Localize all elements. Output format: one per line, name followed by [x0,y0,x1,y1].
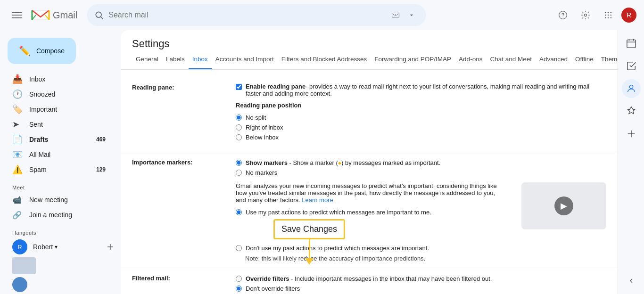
tab-advanced[interactable]: Advanced [536,50,571,70]
hangout-avatar: R [12,239,27,254]
tab-general[interactable]: General [132,50,162,70]
dont-override-radio[interactable] [236,286,242,292]
hangout-thumbnail-2[interactable] [0,275,121,294]
inbox-label: Inbox [29,75,45,83]
compose-label: Compose [36,47,65,55]
search-input[interactable] [108,11,384,19]
sidebar-item-inbox[interactable]: 📥 Inbox [0,72,113,87]
snoozed-label: Snoozed [29,90,55,98]
drafts-count: 469 [96,136,106,143]
topbar: Gmail R [0,0,644,30]
sidebar-item-spam[interactable]: ⚠️ Spam 129 [0,162,113,177]
compose-icon: ✏️ [19,45,31,57]
svg-point-15 [608,12,609,13]
search-bar[interactable] [87,4,426,26]
note-text: Note: this will likely reduce the accura… [245,255,504,262]
filtered-mail-label: Filtered mail: [132,274,236,294]
sidebar-item-all-mail[interactable]: 📧 All Mail [0,147,113,162]
right-of-inbox-radio[interactable] [236,124,242,131]
drafts-icon: 📄 [12,134,22,145]
important-label: Important [29,106,57,113]
tab-offline[interactable]: Offline [571,50,597,70]
use-past-radio[interactable] [236,209,242,215]
right-sidebar-tasks-icon[interactable] [622,57,641,75]
svg-rect-0 [12,12,22,13]
sidebar-item-new-meeting[interactable]: 📹 New meeting [0,192,113,207]
hangout-name: Robert [33,243,53,251]
sidebar-item-join-meeting[interactable]: 🔗 Join a meeting [0,207,113,222]
tab-inbox[interactable]: Inbox [189,50,212,70]
sidebar-item-sent[interactable]: ➤ Sent [0,117,113,132]
override-filters-radio[interactable] [236,276,242,282]
learn-more-link[interactable]: Learn more [302,196,333,204]
right-sidebar-add-icon[interactable] [622,124,641,143]
video-play-button[interactable]: ▶ [554,196,573,215]
reading-pane-row: Reading pane: Enable reading pane- provi… [121,77,618,152]
tab-labels[interactable]: Labels [162,50,189,70]
tab-addons[interactable]: Add-ons [455,50,486,70]
menu-icon[interactable] [8,6,26,24]
save-changes-popup-container: Save Changes [273,219,345,239]
save-popup-area: Use my past actions to predict which mes… [236,207,504,262]
enable-reading-pane-checkbox[interactable] [236,84,242,90]
dont-override-row: Don't override filters [236,284,606,294]
svg-point-18 [608,15,609,16]
hangout-chevron: ▾ [55,244,58,250]
search-keyboard-icon[interactable] [388,8,403,22]
hangout-user-item[interactable]: R Robert ▾ [0,237,121,256]
right-sidebar-keep-icon[interactable] [622,102,641,121]
svg-rect-2 [12,17,22,18]
apps-button[interactable] [599,6,618,24]
show-markers-radio[interactable] [236,160,242,166]
settings-button[interactable] [576,6,595,24]
help-button[interactable] [553,6,572,24]
svg-point-12 [562,16,563,17]
join-meeting-icon: 🔗 [12,211,22,220]
use-past-label: Use my past actions to predict which mes… [246,209,431,216]
sidebar-item-important[interactable]: 🏷️ Important [0,102,113,117]
avatar[interactable]: R [621,8,636,23]
tab-filters[interactable]: Filters and Blocked Addresses [278,50,371,70]
search-dropdown-icon[interactable] [405,8,419,22]
svg-rect-6 [392,13,399,17]
importance-analysis-text: Gmail analyzes your new incoming message… [236,182,504,262]
importance-analysis-row: Gmail analyzes your new incoming message… [236,182,606,262]
svg-rect-1 [12,15,22,16]
save-popup-arrow [305,239,314,265]
compose-button[interactable]: ✏️ Compose [8,38,76,64]
settings-content: Reading pane: Enable reading pane- provi… [121,70,618,294]
reading-pane-positions: No split Right of inbox Below inbox [236,113,606,142]
tab-accounts[interactable]: Accounts and Import [212,50,278,70]
save-changes-popup: Save Changes [273,219,345,239]
hangout-thumbnail[interactable] [0,256,121,275]
dont-override-label: Don't override filters [246,285,300,292]
show-markers-label: Show markers - Show a marker (●) by mess… [246,159,440,166]
use-past-row: Use my past actions to predict which mes… [236,207,504,217]
save-changes-popup-text: Save Changes [275,220,344,238]
svg-point-13 [585,14,587,16]
below-inbox-radio[interactable] [236,134,242,140]
tab-themes[interactable]: Themes [597,50,618,70]
right-sidebar [618,30,644,294]
search-icon [94,10,104,20]
importance-video-thumbnail[interactable]: ▶ [521,182,606,229]
no-markers-radio[interactable] [236,170,242,176]
hangout-add-button[interactable] [104,240,117,253]
sidebar-item-snoozed[interactable]: 🕐 Snoozed [0,87,113,102]
sidebar-item-drafts[interactable]: 📄 Drafts 469 [0,132,113,147]
right-sidebar-contacts-icon[interactable] [622,79,641,98]
right-sidebar-calendar-icon[interactable] [622,34,641,53]
right-sidebar-expand-icon[interactable] [622,271,641,290]
no-split-radio[interactable] [236,114,242,121]
tab-forwarding[interactable]: Forwarding and POP/IMAP [371,50,455,70]
dont-use-radio[interactable] [236,245,242,251]
enable-reading-pane-label: Enable reading pane- provides a way to r… [246,83,606,97]
dont-use-label: Don't use my past actions to predict whi… [246,245,429,252]
sidebar: ✏️ Compose 📥 Inbox 🕐 Snoozed 🏷️ Importan… [0,30,121,294]
all-mail-icon: 📧 [12,149,22,160]
tab-chat[interactable]: Chat and Meet [486,50,536,70]
spam-label: Spam [29,166,47,173]
topbar-right: R [553,6,636,24]
below-inbox-row: Below inbox [236,132,606,142]
show-markers-row: Show markers - Show a marker (●) by mess… [236,158,606,168]
